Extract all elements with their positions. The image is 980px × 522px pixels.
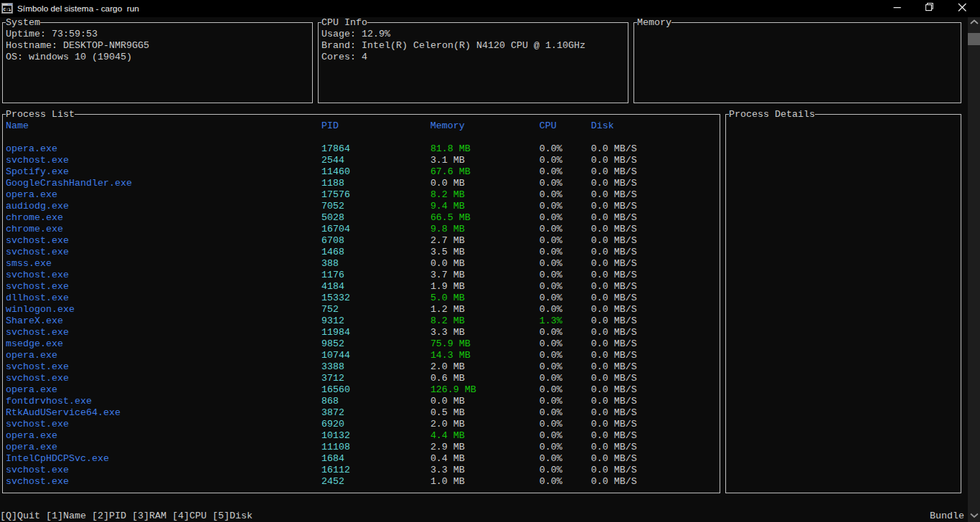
svg-text:C:\: C:\ [4,7,11,12]
